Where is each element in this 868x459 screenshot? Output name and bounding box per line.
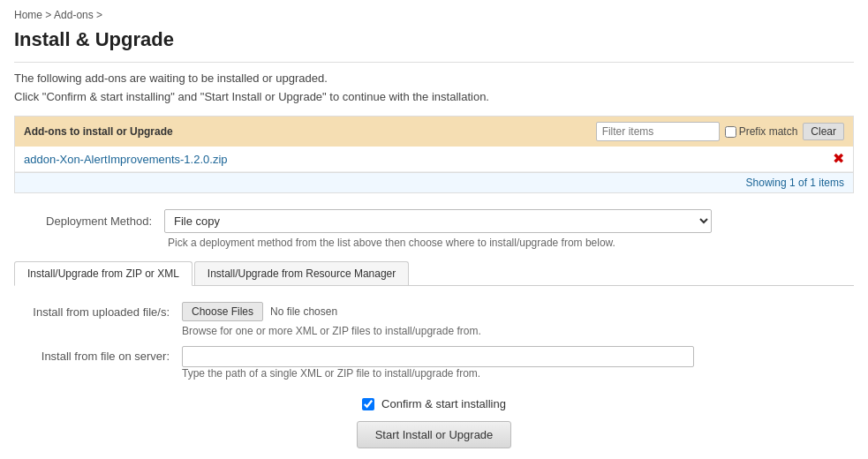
deployment-label: Deployment Method: xyxy=(23,214,164,228)
tab-zip-xml[interactable]: Install/Upgrade from ZIP or XML xyxy=(14,261,192,286)
addon-link[interactable]: addon-Xon-AlertImprovements-1.2.0.zip xyxy=(24,153,228,166)
confirm-row: Confirm & start installing xyxy=(14,397,854,410)
install-form: Install from uploaded file/s: Choose Fil… xyxy=(14,302,854,380)
filter-controls: Prefix match Clear xyxy=(596,122,844,141)
breadcrumb: Home > Add-ons > xyxy=(14,9,854,21)
prefix-match-label: Prefix match xyxy=(725,125,798,138)
filter-input[interactable] xyxy=(596,122,720,141)
no-file-text: No file chosen xyxy=(270,305,337,318)
breadcrumb-sep1: > xyxy=(45,9,51,21)
choose-files-button[interactable]: Choose Files xyxy=(182,302,263,321)
filter-bar: Add-ons to install or Upgrade Prefix mat… xyxy=(14,116,854,147)
filter-bar-label: Add-ons to install or Upgrade xyxy=(24,125,173,138)
divider-top xyxy=(14,62,854,63)
deployment-section: Deployment Method: File copy FTP SFTP Pi… xyxy=(14,209,854,249)
server-hint: Type the path of a single XML or ZIP fil… xyxy=(182,367,854,380)
clear-button[interactable]: Clear xyxy=(803,123,844,140)
start-install-button[interactable]: Start Install or Upgrade xyxy=(357,421,512,448)
table-row: addon-Xon-AlertImprovements-1.2.0.zip ✖ xyxy=(15,147,853,172)
upload-content: Choose Files No file chosen Browse for o… xyxy=(182,302,854,337)
instruction-text: Click "Confirm & start installing" and "… xyxy=(14,90,854,103)
breadcrumb-addons[interactable]: Add-ons xyxy=(54,9,94,21)
deployment-row: Deployment Method: File copy FTP SFTP xyxy=(14,209,854,233)
file-row: Choose Files No file chosen xyxy=(182,302,854,321)
server-label: Install from file on server: xyxy=(23,346,182,363)
description-text: The following add-ons are waiting to be … xyxy=(14,71,854,85)
breadcrumb-home[interactable]: Home xyxy=(14,9,42,21)
server-row: Install from file on server: Type the pa… xyxy=(14,346,854,380)
upload-hint: Browse for one or more XML or ZIP files … xyxy=(182,325,854,337)
upload-label: Install from uploaded file/s: xyxy=(23,302,182,319)
deployment-hint: Pick a deployment method from the list a… xyxy=(168,237,854,249)
confirm-label: Confirm & start installing xyxy=(381,397,506,410)
tab-bar: Install/Upgrade from ZIP or XML Install/… xyxy=(14,261,854,286)
deployment-select[interactable]: File copy FTP SFTP xyxy=(164,209,712,233)
confirm-checkbox[interactable] xyxy=(362,398,374,410)
upload-row: Install from uploaded file/s: Choose Fil… xyxy=(14,302,854,337)
addon-list: addon-Xon-AlertImprovements-1.2.0.zip ✖ xyxy=(14,147,854,173)
tab-resource-manager[interactable]: Install/Upgrade from Resource Manager xyxy=(194,261,409,285)
server-content: Type the path of a single XML or ZIP fil… xyxy=(182,346,854,380)
page-title: Install & Upgrade xyxy=(14,28,854,51)
prefix-match-checkbox[interactable] xyxy=(725,126,736,138)
showing-info: Showing 1 of 1 items xyxy=(14,173,854,193)
breadcrumb-sep2: > xyxy=(96,9,102,21)
server-input[interactable] xyxy=(182,346,694,367)
remove-icon[interactable]: ✖ xyxy=(833,152,844,166)
